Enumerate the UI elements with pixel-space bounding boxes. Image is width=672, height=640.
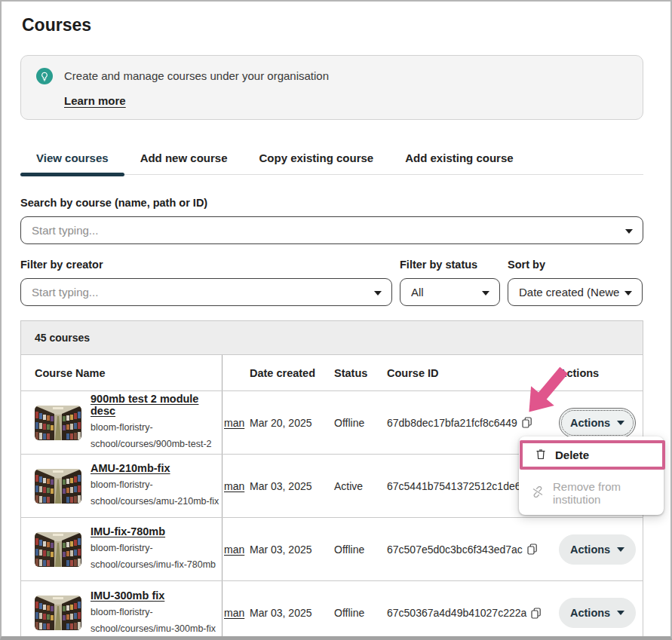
col-actions: Actions <box>559 367 643 379</box>
course-thumbnail <box>35 406 81 440</box>
info-banner: Create and manage courses under your org… <box>20 55 643 120</box>
course-thumbnail <box>35 532 81 567</box>
filter-creator-input[interactable]: Start typing... <box>20 278 392 306</box>
course-id: 67c507e5d0c3bc6f343ed7ac <box>387 544 523 556</box>
course-path: bloom-floristry-school/courses/imu-fix-7… <box>91 540 226 574</box>
learn-more-link[interactable]: Learn more <box>64 94 126 107</box>
chevron-down-icon <box>482 291 489 296</box>
lightbulb-icon <box>36 68 53 84</box>
course-name-link[interactable]: IMU-300mb fix <box>91 589 164 602</box>
course-thumbnail <box>35 596 81 630</box>
chevron-down-icon <box>625 229 633 234</box>
course-tabs: View courses Add new course Copy existin… <box>20 152 643 175</box>
course-id: 67c5441b7541372512c1de68 <box>387 480 526 492</box>
creator-link-clipped[interactable]: man <box>222 544 250 556</box>
creator-link-clipped[interactable]: man <box>222 417 250 429</box>
course-path: bloom-floristry-school/courses/imu-300mb… <box>91 605 226 638</box>
date-created: Mar 03, 2025 <box>250 480 334 492</box>
actions-button[interactable]: Actions <box>559 408 636 438</box>
tab-add-existing-course[interactable]: Add existing course <box>389 152 529 174</box>
course-name-link[interactable]: IMU-fix-780mb <box>91 525 165 537</box>
status-value: Active <box>334 480 387 492</box>
status-value: Offline <box>334 417 387 429</box>
course-path: bloom-floristry-school/courses/amu-210mb… <box>91 477 226 510</box>
date-created: Mar 03, 2025 <box>250 607 334 619</box>
filter-status-label: Filter by status <box>400 259 500 271</box>
course-count: 45 courses <box>20 320 643 354</box>
actions-button[interactable]: Actions <box>559 598 636 628</box>
trash-icon <box>535 448 546 462</box>
col-course-id: Course ID <box>387 367 559 379</box>
table-row: IMU-fix-780mb bloom-floristry-school/cou… <box>21 518 643 581</box>
status-value: Offline <box>334 607 387 619</box>
search-course-input[interactable]: Start typing... <box>20 216 643 244</box>
tab-view-courses[interactable]: View courses <box>20 152 124 174</box>
filter-creator-label: Filter by creator <box>20 259 392 271</box>
banner-text: Create and manage courses under your org… <box>64 68 329 82</box>
col-course-name: Course Name <box>21 355 222 390</box>
course-id: 67c50367a4d49b41027c222a <box>387 607 526 619</box>
filter-status-select[interactable]: All <box>400 278 500 306</box>
search-label: Search by course (name, path or ID) <box>20 197 643 209</box>
chevron-down-icon <box>624 291 632 296</box>
course-name-link[interactable]: 900mb test 2 module desc <box>91 393 226 417</box>
copy-icon[interactable] <box>527 544 537 555</box>
page-title: Courses <box>22 15 643 35</box>
unlink-icon <box>532 486 544 500</box>
col-status: Status <box>334 367 387 379</box>
menu-item-delete[interactable]: Delete <box>520 440 665 470</box>
tab-copy-existing-course[interactable]: Copy existing course <box>243 152 389 174</box>
actions-button[interactable]: Actions <box>559 534 636 565</box>
col-date-created: Date created <box>250 367 334 379</box>
chevron-down-icon <box>617 547 624 552</box>
chevron-down-icon <box>617 611 624 615</box>
sort-by-label: Sort by <box>508 259 643 271</box>
actions-dropdown-menu: Delete Remove from institution <box>519 436 664 515</box>
creator-link-clipped[interactable]: man <box>222 480 250 492</box>
course-name-link[interactable]: AMU-210mb-fix <box>91 462 170 474</box>
copy-icon[interactable] <box>522 417 532 428</box>
table-header-row: Course Name Date created Status Course I… <box>21 355 643 391</box>
date-created: Mar 03, 2025 <box>250 544 334 556</box>
menu-item-remove-from-institution[interactable]: Remove from institution <box>519 480 664 506</box>
table-row: IMU-300mb fix bloom-floristry-school/cou… <box>21 581 643 640</box>
course-id: 67db8dec17bfa21fcf8c6449 <box>387 417 517 429</box>
course-path: bloom-floristry-school/courses/900mb-tes… <box>91 420 226 453</box>
course-thumbnail <box>35 469 81 504</box>
date-created: Mar 20, 2025 <box>250 417 334 429</box>
chevron-down-icon <box>374 291 382 296</box>
creator-link-clipped[interactable]: man <box>222 607 250 619</box>
chevron-down-icon <box>617 421 624 425</box>
status-value: Offline <box>334 544 387 556</box>
sort-by-select[interactable]: Date created (Newest - <box>508 278 643 306</box>
tab-add-new-course[interactable]: Add new course <box>124 152 244 174</box>
courses-page: Courses Create and manage courses under … <box>2 2 670 640</box>
copy-icon[interactable] <box>531 608 541 619</box>
